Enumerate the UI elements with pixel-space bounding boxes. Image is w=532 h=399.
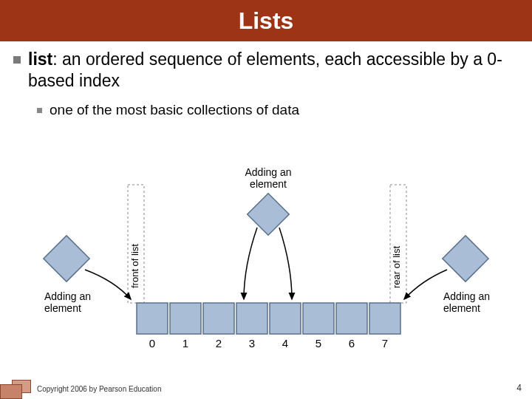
svg-rect-8 xyxy=(236,303,267,334)
index-6: 6 xyxy=(349,337,355,349)
square-bullet-icon xyxy=(13,56,21,64)
list-diagram: front of list rear of list Adding an ele… xyxy=(22,155,510,362)
definition-line: list: an ordered sequence of elements, e… xyxy=(28,49,519,92)
definition-text: : an ordered sequence of elements, each … xyxy=(28,50,502,90)
copyright-footer: Copyright 2006 by Pearson Education xyxy=(37,385,161,393)
svg-rect-9 xyxy=(270,303,301,334)
svg-rect-4 xyxy=(443,236,488,282)
adding-element-left-line2: element xyxy=(44,302,81,314)
title-bar: Lists xyxy=(0,0,532,41)
index-1: 1 xyxy=(183,337,188,349)
adding-element-top-line1: Adding an xyxy=(245,166,291,178)
svg-rect-6 xyxy=(170,303,201,334)
sub-bullet-block: one of the most basic collections of dat… xyxy=(37,102,519,118)
svg-rect-10 xyxy=(303,303,334,334)
term-text: list xyxy=(28,50,52,69)
adding-element-top-line2: element xyxy=(250,178,287,190)
svg-rect-3 xyxy=(44,236,89,282)
front-of-list-label: front of list xyxy=(129,244,140,288)
index-5: 5 xyxy=(316,337,321,349)
adding-element-right-line1: Adding an xyxy=(443,290,490,302)
adding-element-right-line2: element xyxy=(443,302,480,314)
index-3: 3 xyxy=(249,337,255,349)
svg-rect-12 xyxy=(369,303,400,334)
page-number: 4 xyxy=(516,383,522,393)
list-cells xyxy=(137,303,400,334)
adding-element-left-line1: Adding an xyxy=(44,290,91,302)
index-0: 0 xyxy=(149,337,155,349)
svg-rect-5 xyxy=(137,303,168,334)
svg-rect-7 xyxy=(203,303,234,334)
svg-rect-11 xyxy=(336,303,367,334)
content-area: list: an ordered sequence of elements, e… xyxy=(0,41,532,118)
bullet-main: list: an ordered sequence of elements, e… xyxy=(13,49,519,92)
rear-of-list-label: rear of list xyxy=(391,246,402,288)
slide-title: Lists xyxy=(239,7,294,35)
index-4: 4 xyxy=(282,337,288,349)
square-bullet-icon xyxy=(37,108,42,113)
sub-text: one of the most basic collections of dat… xyxy=(50,102,299,118)
corner-decoration xyxy=(0,375,33,399)
svg-rect-2 xyxy=(248,194,290,236)
index-2: 2 xyxy=(216,337,222,349)
index-7: 7 xyxy=(382,337,388,349)
bullet-sub: one of the most basic collections of dat… xyxy=(37,102,519,118)
